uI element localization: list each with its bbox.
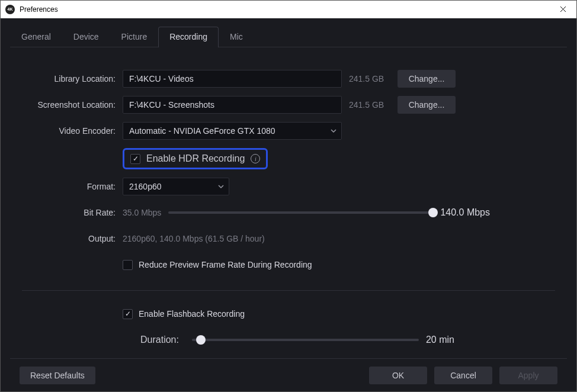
duration-row: Duration: 20 min (16, 331, 561, 349)
hdr-row: Enable HDR Recording i (16, 148, 561, 169)
bitrate-slider[interactable] (168, 211, 433, 214)
screenshot-change-button[interactable]: Change... (398, 96, 456, 114)
library-change-button[interactable]: Change... (398, 70, 456, 88)
bitrate-row: Bit Rate: 35.0 Mbps 140.0 Mbps (16, 204, 561, 221)
duration-slider[interactable] (192, 339, 419, 341)
duration-value: 20 min (426, 335, 454, 345)
flashback-checkbox[interactable] (123, 309, 133, 319)
screenshot-location-input[interactable] (123, 96, 342, 114)
chevron-down-icon (331, 126, 336, 136)
reset-defaults-button[interactable]: Reset Defaults (20, 367, 95, 384)
reduce-preview-checkbox[interactable] (123, 260, 133, 270)
ok-button[interactable]: OK (369, 367, 427, 384)
flashback-row: Enable Flashback Recording (16, 305, 561, 323)
output-summary: 2160p60, 140.0 Mbps (61.5 GB / hour) (123, 234, 265, 243)
bitrate-slider-thumb[interactable] (428, 208, 438, 217)
screenshot-location-label: Screenshot Location: (16, 100, 123, 110)
video-encoder-label: Video Encoder: (16, 126, 123, 136)
section-divider (22, 290, 555, 291)
apply-button[interactable]: Apply (499, 367, 557, 384)
app-icon: 4K (5, 5, 15, 14)
close-icon (560, 6, 566, 12)
format-label: Format: (16, 182, 123, 191)
tab-device[interactable]: Device (62, 27, 110, 47)
tab-picture[interactable]: Picture (110, 27, 159, 47)
reduce-preview-row: Reduce Preview Frame Rate During Recordi… (16, 256, 561, 274)
library-location-label: Library Location: (16, 74, 123, 83)
window-title: Preferences (20, 5, 554, 14)
close-button[interactable] (554, 1, 572, 18)
format-value: 2160p60 (129, 182, 162, 191)
tab-mic[interactable]: Mic (219, 27, 254, 47)
info-icon[interactable]: i (251, 154, 260, 163)
library-location-input[interactable] (123, 70, 342, 88)
bitrate-min: 35.0 Mbps (123, 208, 161, 217)
hdr-checkbox[interactable] (130, 154, 140, 164)
bitrate-label: Bit Rate: (16, 208, 123, 217)
flashback-label: Enable Flashback Recording (139, 309, 245, 319)
content-area: General Device Picture Recording Mic Lib… (1, 18, 576, 391)
hdr-highlight-box: Enable HDR Recording i (123, 148, 268, 169)
output-label: Output: (16, 234, 123, 243)
video-encoder-value: Automatic - NVIDIA GeForce GTX 1080 (129, 126, 275, 136)
preferences-window: 4K Preferences General Device Picture Re… (0, 0, 577, 392)
library-location-row: Library Location: 241.5 GB Change... (16, 70, 561, 88)
chevron-down-icon (218, 182, 224, 191)
tab-recording[interactable]: Recording (158, 27, 219, 47)
screenshot-free-space: 241.5 GB (349, 100, 390, 110)
library-free-space: 241.5 GB (349, 74, 390, 83)
output-row: Output: 2160p60, 140.0 Mbps (61.5 GB / h… (16, 230, 561, 248)
titlebar: 4K Preferences (1, 1, 576, 18)
duration-slider-thumb[interactable] (196, 335, 206, 345)
hdr-label: Enable HDR Recording (146, 153, 245, 164)
duration-label: Duration: (140, 335, 179, 345)
tab-general[interactable]: General (10, 27, 62, 47)
recording-panel: Library Location: 241.5 GB Change... Scr… (10, 47, 567, 358)
bitrate-max: 140.0 Mbps (440, 207, 490, 218)
cancel-button[interactable]: Cancel (434, 367, 492, 384)
format-select[interactable]: 2160p60 (123, 178, 229, 195)
video-encoder-row: Video Encoder: Automatic - NVIDIA GeForc… (16, 122, 561, 140)
format-row: Format: 2160p60 (16, 178, 561, 195)
footer: Reset Defaults OK Cancel Apply (10, 358, 567, 391)
video-encoder-select[interactable]: Automatic - NVIDIA GeForce GTX 1080 (123, 122, 342, 140)
screenshot-location-row: Screenshot Location: 241.5 GB Change... (16, 96, 561, 114)
tab-bar: General Device Picture Recording Mic (10, 27, 567, 47)
reduce-preview-label: Reduce Preview Frame Rate During Recordi… (139, 260, 312, 269)
